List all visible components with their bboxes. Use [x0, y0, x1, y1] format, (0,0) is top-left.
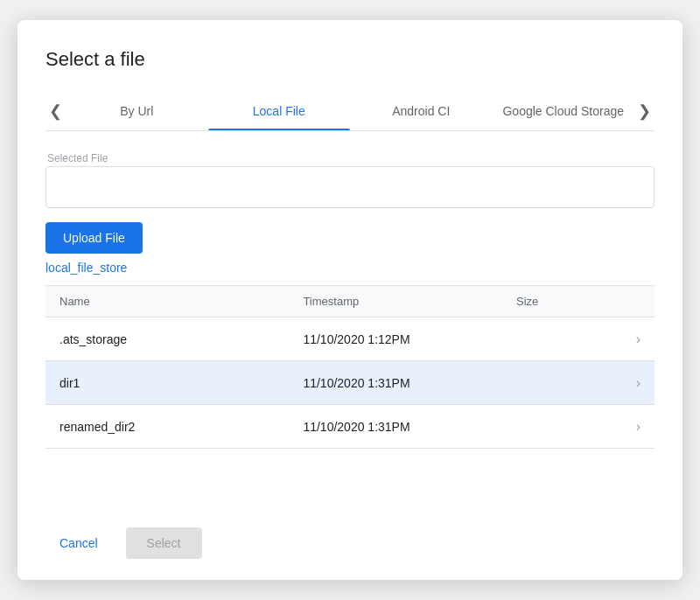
row-size	[502, 405, 593, 449]
tab-prev-arrow[interactable]: ❮	[46, 94, 66, 128]
row-navigate-icon[interactable]: ›	[593, 405, 654, 449]
file-table: Name Timestamp Size .ats_storage11/10/20…	[46, 285, 654, 449]
table-row[interactable]: dir111/10/2020 1:31PM›	[46, 361, 654, 405]
cancel-button[interactable]: Cancel	[46, 529, 112, 557]
selected-file-input[interactable]	[46, 166, 654, 208]
tab-content: Selected File Upload File local_file_sto…	[46, 131, 654, 506]
col-header-action	[593, 286, 654, 317]
select-button[interactable]: Select	[126, 527, 202, 559]
chevron-right-icon: ›	[636, 419, 640, 435]
row-timestamp: 11/10/2020 1:31PM	[289, 405, 502, 449]
select-file-dialog: Select a file ❮ By Url Local File Androi…	[18, 20, 682, 580]
selected-file-label: Selected File	[46, 152, 654, 164]
table-row[interactable]: .ats_storage11/10/2020 1:12PM›	[46, 317, 654, 361]
upload-file-button[interactable]: Upload File	[46, 222, 143, 254]
dialog-title: Select a file	[46, 48, 654, 71]
table-header-row: Name Timestamp Size	[46, 286, 654, 317]
tab-local-file[interactable]: Local File	[208, 92, 351, 130]
row-size	[502, 317, 593, 361]
row-navigate-icon[interactable]: ›	[593, 361, 654, 405]
tabs-wrapper: ❮ By Url Local File Android CI Google Cl…	[46, 92, 654, 131]
chevron-right-icon: ›	[636, 331, 640, 347]
dialog-footer: Cancel Select	[46, 506, 654, 559]
tab-by-url[interactable]: By Url	[66, 92, 208, 130]
row-name: dir1	[46, 361, 289, 405]
row-timestamp: 11/10/2020 1:12PM	[289, 317, 502, 361]
tab-android-ci[interactable]: Android CI	[350, 92, 493, 130]
table-body: .ats_storage11/10/2020 1:12PM›dir111/10/…	[46, 317, 654, 449]
tab-next-arrow[interactable]: ❯	[634, 94, 654, 128]
col-header-size: Size	[502, 286, 593, 317]
chevron-right-icon: ›	[636, 375, 640, 391]
row-size	[502, 361, 593, 405]
row-name: .ats_storage	[46, 317, 289, 361]
row-name: renamed_dir2	[46, 405, 289, 449]
row-navigate-icon[interactable]: ›	[593, 317, 654, 361]
file-store-link[interactable]: local_file_store	[46, 261, 654, 275]
tab-google-cloud-storage[interactable]: Google Cloud Storage	[493, 92, 635, 130]
col-header-name: Name	[46, 286, 289, 317]
row-timestamp: 11/10/2020 1:31PM	[289, 361, 502, 405]
tabs-list: By Url Local File Android CI Google Clou…	[66, 92, 634, 130]
col-header-timestamp: Timestamp	[289, 286, 502, 317]
table-row[interactable]: renamed_dir211/10/2020 1:31PM›	[46, 405, 654, 449]
